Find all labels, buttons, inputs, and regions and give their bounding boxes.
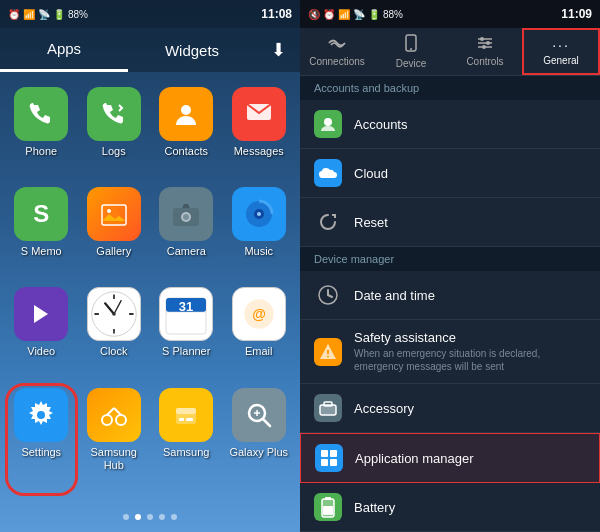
email-icon: @ [232, 287, 286, 341]
reset-icon [314, 208, 342, 236]
item-datetime[interactable]: Date and time [300, 271, 600, 320]
reset-text: Reset [354, 215, 586, 230]
app-phone[interactable]: Phone [10, 87, 73, 177]
app-samsung[interactable]: Samsung [155, 388, 218, 491]
battery-pct-left: 88% [68, 9, 88, 20]
item-accounts[interactable]: Accounts [300, 100, 600, 149]
svg-rect-60 [321, 450, 328, 457]
signal-icon-right: 📡 [353, 9, 365, 20]
music-icon [232, 187, 286, 241]
status-icons-right: 🔇 ⏰ 📶 📡 🔋 88% [308, 9, 403, 20]
gallery-icon [87, 187, 141, 241]
safety-title: Safety assistance [354, 330, 586, 345]
logs-icon [87, 87, 141, 141]
app-gallery[interactable]: Gallery [83, 187, 146, 277]
wifi-icon: 📡 [38, 9, 50, 20]
app-camera[interactable]: Camera [155, 187, 218, 277]
svg-point-11 [257, 212, 261, 216]
svg-line-32 [114, 408, 121, 415]
appmanager-title: Application manager [355, 451, 585, 466]
left-panel: ⏰ 📶 📡 🔋 88% 11:08 Apps Widgets ⬇ Phone [0, 0, 300, 532]
page-dots [0, 506, 300, 532]
camera-icon [159, 187, 213, 241]
battery-pct-right: 88% [383, 9, 403, 20]
app-splanner[interactable]: 31 S Planner [155, 287, 218, 377]
app-messages[interactable]: Messages [228, 87, 291, 177]
controls-icon [476, 36, 494, 54]
phone-icon [14, 87, 68, 141]
contacts-icon [159, 87, 213, 141]
svg-rect-36 [186, 418, 193, 421]
battery-icon-right: 🔋 [368, 9, 380, 20]
status-icons-left: ⏰ 📶 📡 🔋 88% [8, 9, 88, 20]
accessory-text: Accessory [354, 401, 586, 416]
tab-device[interactable]: Device [374, 28, 448, 75]
splanner-label: S Planner [162, 345, 210, 358]
svg-line-52 [328, 295, 332, 297]
app-music[interactable]: Music [228, 187, 291, 277]
signal-icon: 📶 [23, 9, 35, 20]
app-tabs: Apps Widgets ⬇ [0, 28, 300, 72]
svg-point-48 [482, 45, 486, 49]
appmanager-icon [315, 444, 343, 472]
smemo-label: S Memo [21, 245, 62, 258]
time-left: 11:08 [261, 7, 292, 21]
svg-point-8 [183, 214, 189, 220]
item-reset[interactable]: Reset [300, 198, 600, 247]
safety-text: Safety assistance When an emergency situ… [354, 330, 586, 373]
app-clock[interactable]: Clock [83, 287, 146, 377]
svg-point-5 [107, 209, 111, 213]
item-appmanager[interactable]: Application manager [300, 433, 600, 483]
app-video[interactable]: Video [10, 287, 73, 377]
tab-widgets[interactable]: Widgets [128, 28, 256, 72]
item-accessory[interactable]: Accessory [300, 384, 600, 433]
wifi-icon-right: 📶 [338, 9, 350, 20]
dot-2 [135, 514, 141, 520]
tab-connections[interactable]: Connections [300, 28, 374, 75]
controls-label: Controls [466, 56, 503, 67]
tab-general[interactable]: ··· General [522, 28, 600, 75]
svg-line-38 [263, 419, 270, 426]
svg-rect-59 [324, 402, 332, 406]
app-settings[interactable]: Settings [10, 388, 73, 491]
item-safety[interactable]: Safety assistance When an emergency situ… [300, 320, 600, 384]
device-icon [405, 34, 417, 56]
dot-1 [123, 514, 129, 520]
samsung-icon [159, 388, 213, 442]
connections-label: Connections [309, 56, 365, 67]
svg-point-49 [324, 118, 332, 126]
svg-marker-3 [103, 203, 125, 225]
item-battery[interactable]: Battery [300, 483, 600, 532]
svg-marker-12 [34, 305, 48, 323]
splanner-icon: 31 [159, 287, 213, 341]
svg-rect-66 [325, 497, 331, 500]
svg-rect-35 [179, 418, 184, 421]
datetime-title: Date and time [354, 288, 586, 303]
general-icon: ··· [552, 37, 570, 53]
battery-icon-left: 🔋 [53, 9, 65, 20]
settings-label: Settings [21, 446, 61, 459]
appmanager-text: Application manager [355, 451, 585, 466]
app-logs[interactable]: Logs [83, 87, 146, 177]
tab-controls[interactable]: Controls [448, 28, 522, 75]
video-label: Video [27, 345, 55, 358]
accounts-title: Accounts [354, 117, 586, 132]
svg-point-47 [486, 41, 490, 45]
svg-point-28 [37, 411, 45, 419]
svg-rect-61 [330, 450, 337, 457]
phone-label: Phone [25, 145, 57, 158]
tab-apps[interactable]: Apps [0, 28, 128, 72]
download-button[interactable]: ⬇ [256, 39, 300, 61]
safety-subtitle: When an emergency situation is declared,… [354, 347, 586, 373]
app-smemo[interactable]: S S Memo [10, 187, 73, 277]
app-galaxyplus[interactable]: Galaxy Plus [228, 388, 291, 491]
dot-4 [159, 514, 165, 520]
item-cloud[interactable]: Cloud [300, 149, 600, 198]
svg-rect-67 [323, 506, 333, 515]
accounts-text: Accounts [354, 117, 586, 132]
logs-label: Logs [102, 145, 126, 158]
app-samsunghub[interactable]: Samsung Hub [83, 388, 146, 491]
app-contacts[interactable]: Contacts [155, 87, 218, 177]
battery-text: Battery [354, 500, 586, 515]
app-email[interactable]: @ Email [228, 287, 291, 377]
